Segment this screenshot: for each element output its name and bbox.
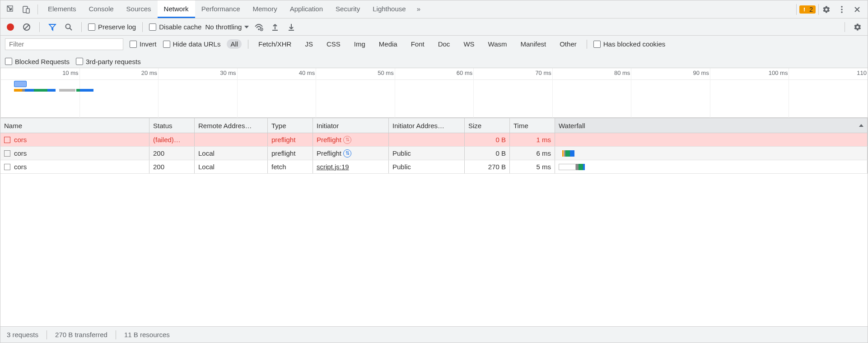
svg-point-11	[66, 24, 70, 28]
cell-initiator-address: Public	[389, 160, 465, 173]
waterfall-segment	[583, 164, 585, 170]
more-tabs-glyph: »	[417, 5, 420, 13]
timeline-bar	[34, 89, 47, 92]
cell-name: cors	[0, 160, 149, 173]
network-conditions-icon[interactable]	[252, 21, 265, 33]
download-har-icon[interactable]	[285, 21, 298, 33]
cell-waterfall	[555, 147, 868, 160]
clear-button[interactable]	[20, 21, 33, 33]
tab-sources[interactable]: Sources	[120, 0, 158, 18]
blocked-requests-label: Blocked Requests	[15, 58, 70, 65]
has-blocked-cookies-label: Has blocked cookies	[603, 40, 666, 48]
table-row[interactable]: cors200LocalpreflightPreflight⇅Public0 B…	[0, 147, 868, 160]
col-name[interactable]: Name	[0, 118, 149, 133]
sort-ascending-icon	[859, 124, 863, 127]
tab-elements[interactable]: Elements	[42, 0, 83, 18]
waterfall-track	[559, 137, 863, 143]
cell-waterfall	[555, 160, 868, 173]
record-button[interactable]	[4, 21, 17, 33]
issues-badge[interactable]: 2	[799, 5, 816, 14]
col-time[interactable]: Time	[510, 118, 555, 133]
cell-status: (failed)…	[149, 133, 195, 146]
cell-remote-address	[195, 133, 268, 146]
tab-network[interactable]: Network	[158, 0, 195, 18]
cell-type: preflight	[268, 133, 313, 146]
cell-remote-address: Local	[195, 147, 268, 160]
tab-memory[interactable]: Memory	[247, 0, 284, 18]
filter-type-doc[interactable]: Doc	[434, 39, 454, 49]
filter-type-wasm[interactable]: Wasm	[485, 39, 511, 49]
filter-type-all[interactable]: All	[227, 39, 242, 49]
waterfall-segment	[559, 164, 576, 170]
disable-cache-checkbox[interactable]: Disable cache	[149, 23, 201, 31]
col-waterfall[interactable]: Waterfall	[555, 118, 868, 133]
invert-checkbox[interactable]: Invert	[130, 40, 157, 48]
waterfall-segment	[562, 150, 564, 157]
col-size[interactable]: Size	[465, 118, 510, 133]
settings-icon[interactable]	[820, 3, 833, 16]
svg-point-7	[841, 9, 843, 10]
initiator-link[interactable]: script.js:19	[317, 163, 349, 171]
device-toolbar-icon[interactable]	[19, 3, 33, 16]
filter-type-manifest[interactable]: Manifest	[517, 39, 550, 49]
tab-console[interactable]: Console	[83, 0, 120, 18]
more-tabs-button[interactable]: »	[412, 0, 425, 18]
throttling-value: No throttling	[205, 23, 242, 31]
svg-point-13	[258, 28, 260, 30]
filter-type-other[interactable]: Other	[556, 39, 580, 49]
waterfall-track	[559, 150, 863, 157]
col-initiator[interactable]: Initiator	[313, 118, 389, 133]
cell-waterfall	[555, 133, 868, 146]
file-icon	[4, 150, 10, 157]
third-party-label: 3rd-party requests	[86, 58, 141, 65]
timeline-selection[interactable]	[14, 81, 27, 87]
waterfall-track	[559, 164, 863, 170]
waterfall-segment	[565, 150, 570, 157]
tab-security[interactable]: Security	[329, 0, 366, 18]
col-type[interactable]: Type	[268, 118, 313, 133]
svg-line-10	[24, 25, 29, 29]
blocked-requests-checkbox[interactable]: Blocked Requests	[5, 58, 70, 65]
status-transferred: 270 B transferred	[55, 331, 107, 338]
requests-table: Name Status Remote Addres… Type Initiato…	[0, 118, 868, 326]
hide-data-urls-checkbox[interactable]: Hide data URLs	[163, 40, 221, 48]
filter-type-js[interactable]: JS	[301, 39, 317, 49]
invert-label: Invert	[140, 40, 157, 48]
network-settings-icon[interactable]	[851, 21, 864, 33]
inspect-icon[interactable]	[4, 3, 18, 16]
filter-type-font[interactable]: Font	[407, 39, 428, 49]
filter-type-css[interactable]: CSS	[323, 39, 344, 49]
cell-remote-address: Local	[195, 160, 268, 173]
col-initiator-address[interactable]: Initiator Addres…	[389, 118, 465, 133]
tab-lighthouse[interactable]: Lighthouse	[366, 0, 412, 18]
tab-performance[interactable]: Performance	[195, 0, 247, 18]
table-row[interactable]: cors200Localfetchscript.js:19Public270 B…	[0, 160, 868, 174]
table-row[interactable]: cors(failed)…preflightPreflight⇅0 B1 ms	[0, 133, 868, 147]
filter-input[interactable]	[5, 38, 123, 50]
col-status[interactable]: Status	[149, 118, 195, 133]
file-icon	[4, 164, 10, 170]
close-devtools-icon[interactable]	[850, 3, 864, 16]
col-remote-address[interactable]: Remote Addres…	[195, 118, 268, 133]
cell-time: 5 ms	[510, 160, 555, 173]
upload-har-icon[interactable]	[269, 21, 281, 33]
separator	[37, 5, 38, 14]
tab-application[interactable]: Application	[284, 0, 329, 18]
throttling-select[interactable]: No throttling	[205, 23, 249, 31]
has-blocked-cookies-checkbox[interactable]: Has blocked cookies	[593, 40, 666, 48]
search-icon[interactable]	[62, 21, 75, 33]
kebab-menu-icon[interactable]	[835, 3, 849, 16]
cell-name: cors	[0, 133, 149, 146]
filter-type-ws[interactable]: WS	[460, 39, 478, 49]
filter-type-img[interactable]: Img	[350, 39, 369, 49]
filter-toggle-icon[interactable]	[46, 21, 59, 33]
timeline-overview[interactable]: 10 ms20 ms30 ms40 ms50 ms60 ms70 ms80 ms…	[0, 68, 868, 118]
preserve-log-checkbox[interactable]: Preserve log	[88, 23, 136, 31]
cell-name: cors	[0, 147, 149, 160]
file-icon	[4, 137, 10, 143]
chevron-down-icon	[244, 26, 249, 28]
svg-point-8	[841, 11, 843, 13]
third-party-checkbox[interactable]: 3rd-party requests	[76, 58, 141, 65]
filter-type-fetch-xhr[interactable]: Fetch/XHR	[255, 39, 295, 49]
filter-type-media[interactable]: Media	[375, 39, 401, 49]
